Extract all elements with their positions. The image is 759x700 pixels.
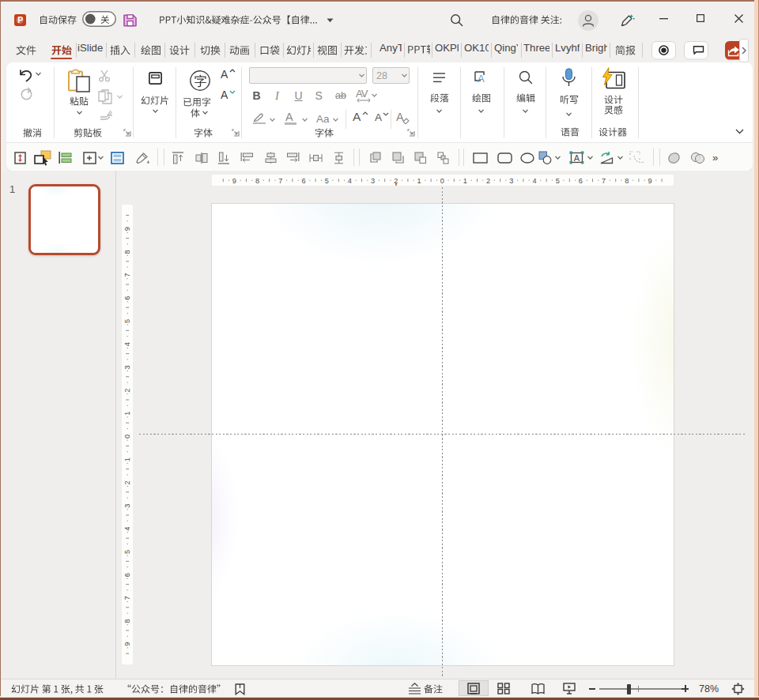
svg-text:3: 3 xyxy=(509,176,513,184)
svg-text:0: 0 xyxy=(440,176,444,184)
svg-text:7: 7 xyxy=(602,176,606,184)
svg-text:4: 4 xyxy=(348,176,352,184)
svg-text:4: 4 xyxy=(123,342,131,346)
svg-text:9: 9 xyxy=(232,176,236,184)
svg-text:8: 8 xyxy=(625,176,629,184)
svg-text:6: 6 xyxy=(301,176,305,184)
svg-text:7: 7 xyxy=(123,596,131,600)
svg-text:1: 1 xyxy=(123,412,131,416)
svg-text:5: 5 xyxy=(325,176,329,184)
svg-text:4: 4 xyxy=(532,176,536,184)
svg-text:5: 5 xyxy=(123,550,131,554)
svg-text:A: A xyxy=(573,153,580,163)
svg-text:2: 2 xyxy=(123,389,131,393)
svg-text:1: 1 xyxy=(123,457,131,461)
svg-text:2: 2 xyxy=(486,176,490,184)
svg-text:3: 3 xyxy=(123,365,131,369)
svg-text:1: 1 xyxy=(417,176,421,184)
svg-text:3: 3 xyxy=(371,176,375,184)
svg-text:9: 9 xyxy=(123,227,131,231)
svg-text:9: 9 xyxy=(648,176,651,184)
svg-text:9: 9 xyxy=(123,642,131,646)
svg-text:P: P xyxy=(17,15,23,24)
svg-text:7: 7 xyxy=(123,273,131,277)
svg-text:6: 6 xyxy=(579,176,583,184)
svg-text:2: 2 xyxy=(123,480,131,484)
svg-text:5: 5 xyxy=(123,319,131,323)
svg-text:8: 8 xyxy=(255,176,259,184)
svg-text:3: 3 xyxy=(123,504,131,508)
svg-text:7: 7 xyxy=(278,176,282,184)
svg-text:8: 8 xyxy=(123,250,131,254)
svg-text:4: 4 xyxy=(123,527,131,531)
svg-text:8: 8 xyxy=(123,619,131,623)
svg-text:0: 0 xyxy=(123,435,131,438)
svg-text:6: 6 xyxy=(123,573,131,577)
svg-text:1: 1 xyxy=(463,176,467,184)
svg-text:6: 6 xyxy=(123,296,131,300)
svg-text:5: 5 xyxy=(556,176,560,184)
